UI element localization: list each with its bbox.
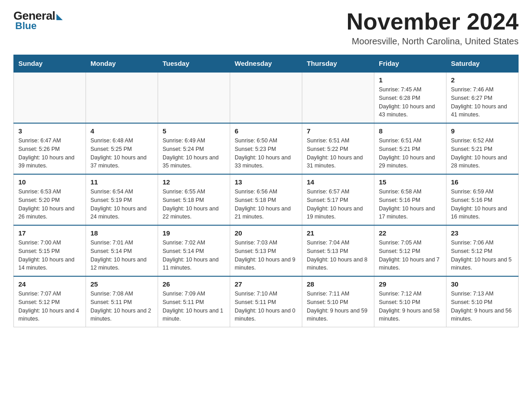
day-number: 7 [307, 127, 369, 135]
day-number: 15 [379, 178, 442, 186]
day-info: Sunrise: 6:54 AM Sunset: 5:19 PM Dayligh… [90, 188, 153, 221]
day-number: 2 [451, 76, 514, 84]
calendar-week-row: 1Sunrise: 7:45 AM Sunset: 6:28 PM Daylig… [14, 72, 519, 123]
day-number: 27 [235, 280, 297, 288]
day-number: 24 [18, 280, 81, 288]
day-number: 4 [90, 127, 153, 135]
calendar-cell: 4Sunrise: 6:48 AM Sunset: 5:25 PM Daylig… [86, 123, 158, 174]
day-info: Sunrise: 7:12 AM Sunset: 5:10 PM Dayligh… [379, 290, 442, 323]
day-number: 21 [307, 229, 369, 237]
calendar-cell: 30Sunrise: 7:13 AM Sunset: 5:10 PM Dayli… [446, 276, 519, 327]
day-info: Sunrise: 7:02 AM Sunset: 5:14 PM Dayligh… [163, 239, 225, 272]
calendar-cell: 11Sunrise: 6:54 AM Sunset: 5:19 PM Dayli… [86, 174, 158, 225]
day-number: 13 [235, 178, 297, 186]
calendar-header-sunday: Sunday [14, 55, 86, 73]
day-info: Sunrise: 6:57 AM Sunset: 5:17 PM Dayligh… [307, 188, 369, 221]
calendar-cell: 20Sunrise: 7:03 AM Sunset: 5:13 PM Dayli… [230, 225, 302, 276]
day-info: Sunrise: 6:53 AM Sunset: 5:20 PM Dayligh… [18, 188, 81, 221]
calendar-cell: 9Sunrise: 6:52 AM Sunset: 5:21 PM Daylig… [446, 123, 519, 174]
calendar-header-friday: Friday [374, 55, 446, 73]
day-info: Sunrise: 7:45 AM Sunset: 6:28 PM Dayligh… [379, 86, 442, 119]
day-info: Sunrise: 7:11 AM Sunset: 5:10 PM Dayligh… [307, 290, 369, 323]
calendar-cell: 3Sunrise: 6:47 AM Sunset: 5:26 PM Daylig… [14, 123, 86, 174]
calendar-cell: 10Sunrise: 6:53 AM Sunset: 5:20 PM Dayli… [14, 174, 86, 225]
calendar-cell: 15Sunrise: 6:58 AM Sunset: 5:16 PM Dayli… [374, 174, 446, 225]
calendar-week-row: 10Sunrise: 6:53 AM Sunset: 5:20 PM Dayli… [14, 174, 519, 225]
calendar-cell [158, 72, 230, 123]
calendar-cell: 14Sunrise: 6:57 AM Sunset: 5:17 PM Dayli… [302, 174, 374, 225]
day-info: Sunrise: 7:13 AM Sunset: 5:10 PM Dayligh… [451, 290, 514, 323]
day-number: 19 [163, 229, 225, 237]
calendar-cell: 22Sunrise: 7:05 AM Sunset: 5:12 PM Dayli… [374, 225, 446, 276]
calendar-header-thursday: Thursday [302, 55, 374, 73]
day-number: 25 [90, 280, 153, 288]
calendar-header-row: SundayMondayTuesdayWednesdayThursdayFrid… [14, 55, 519, 73]
day-number: 3 [18, 127, 81, 135]
day-number: 17 [18, 229, 81, 237]
logo: General Blue [13, 9, 63, 32]
calendar-cell: 21Sunrise: 7:04 AM Sunset: 5:13 PM Dayli… [302, 225, 374, 276]
day-info: Sunrise: 7:00 AM Sunset: 5:15 PM Dayligh… [18, 239, 81, 272]
day-number: 14 [307, 178, 369, 186]
day-number: 11 [90, 178, 153, 186]
day-info: Sunrise: 6:49 AM Sunset: 5:24 PM Dayligh… [163, 137, 225, 170]
calendar-cell: 6Sunrise: 6:50 AM Sunset: 5:23 PM Daylig… [230, 123, 302, 174]
calendar-cell: 1Sunrise: 7:45 AM Sunset: 6:28 PM Daylig… [374, 72, 446, 123]
calendar-cell: 16Sunrise: 6:59 AM Sunset: 5:16 PM Dayli… [446, 174, 519, 225]
calendar-cell: 26Sunrise: 7:09 AM Sunset: 5:11 PM Dayli… [158, 276, 230, 327]
day-number: 28 [307, 280, 369, 288]
calendar-cell: 12Sunrise: 6:55 AM Sunset: 5:18 PM Dayli… [158, 174, 230, 225]
main-title: November 2024 [347, 9, 519, 34]
title-area: November 2024 Mooresville, North Carolin… [347, 9, 519, 47]
day-number: 22 [379, 229, 442, 237]
day-number: 10 [18, 178, 81, 186]
day-info: Sunrise: 6:58 AM Sunset: 5:16 PM Dayligh… [379, 188, 442, 221]
day-info: Sunrise: 7:01 AM Sunset: 5:14 PM Dayligh… [90, 239, 153, 272]
calendar-cell: 7Sunrise: 6:51 AM Sunset: 5:22 PM Daylig… [302, 123, 374, 174]
day-number: 12 [163, 178, 225, 186]
day-number: 20 [235, 229, 297, 237]
day-info: Sunrise: 6:51 AM Sunset: 5:21 PM Dayligh… [379, 137, 442, 170]
calendar-cell: 8Sunrise: 6:51 AM Sunset: 5:21 PM Daylig… [374, 123, 446, 174]
day-number: 6 [235, 127, 297, 135]
logo-blue-text: Blue [15, 20, 37, 32]
subtitle: Mooresville, North Carolina, United Stat… [347, 36, 519, 47]
calendar-cell [302, 72, 374, 123]
calendar-cell: 25Sunrise: 7:08 AM Sunset: 5:11 PM Dayli… [86, 276, 158, 327]
calendar-header-tuesday: Tuesday [158, 55, 230, 73]
day-info: Sunrise: 6:51 AM Sunset: 5:22 PM Dayligh… [307, 137, 369, 170]
calendar-cell [230, 72, 302, 123]
day-info: Sunrise: 6:59 AM Sunset: 5:16 PM Dayligh… [451, 188, 514, 221]
calendar-header-saturday: Saturday [446, 55, 519, 73]
day-info: Sunrise: 6:47 AM Sunset: 5:26 PM Dayligh… [18, 137, 81, 170]
day-number: 18 [90, 229, 153, 237]
calendar-cell: 23Sunrise: 7:06 AM Sunset: 5:12 PM Dayli… [446, 225, 519, 276]
day-number: 5 [163, 127, 225, 135]
day-info: Sunrise: 7:04 AM Sunset: 5:13 PM Dayligh… [307, 239, 369, 272]
day-info: Sunrise: 6:55 AM Sunset: 5:18 PM Dayligh… [163, 188, 225, 221]
calendar-cell [14, 72, 86, 123]
calendar-cell: 2Sunrise: 7:46 AM Sunset: 6:27 PM Daylig… [446, 72, 519, 123]
header: General Blue November 2024 Mooresville, … [13, 9, 519, 47]
calendar-cell: 13Sunrise: 6:56 AM Sunset: 5:18 PM Dayli… [230, 174, 302, 225]
calendar-cell: 19Sunrise: 7:02 AM Sunset: 5:14 PM Dayli… [158, 225, 230, 276]
day-info: Sunrise: 6:52 AM Sunset: 5:21 PM Dayligh… [451, 137, 514, 170]
calendar-cell: 27Sunrise: 7:10 AM Sunset: 5:11 PM Dayli… [230, 276, 302, 327]
day-info: Sunrise: 7:09 AM Sunset: 5:11 PM Dayligh… [163, 290, 225, 323]
calendar-header-wednesday: Wednesday [230, 55, 302, 73]
calendar-week-row: 3Sunrise: 6:47 AM Sunset: 5:26 PM Daylig… [14, 123, 519, 174]
day-number: 29 [379, 280, 442, 288]
calendar-header-monday: Monday [86, 55, 158, 73]
calendar-cell: 29Sunrise: 7:12 AM Sunset: 5:10 PM Dayli… [374, 276, 446, 327]
calendar-week-row: 17Sunrise: 7:00 AM Sunset: 5:15 PM Dayli… [14, 225, 519, 276]
day-number: 16 [451, 178, 514, 186]
day-info: Sunrise: 7:46 AM Sunset: 6:27 PM Dayligh… [451, 86, 514, 119]
day-number: 30 [451, 280, 514, 288]
calendar-week-row: 24Sunrise: 7:07 AM Sunset: 5:12 PM Dayli… [14, 276, 519, 327]
day-info: Sunrise: 7:05 AM Sunset: 5:12 PM Dayligh… [379, 239, 442, 272]
calendar-cell: 28Sunrise: 7:11 AM Sunset: 5:10 PM Dayli… [302, 276, 374, 327]
day-info: Sunrise: 7:10 AM Sunset: 5:11 PM Dayligh… [235, 290, 297, 323]
day-number: 23 [451, 229, 514, 237]
day-info: Sunrise: 7:06 AM Sunset: 5:12 PM Dayligh… [451, 239, 514, 272]
calendar-cell: 17Sunrise: 7:00 AM Sunset: 5:15 PM Dayli… [14, 225, 86, 276]
